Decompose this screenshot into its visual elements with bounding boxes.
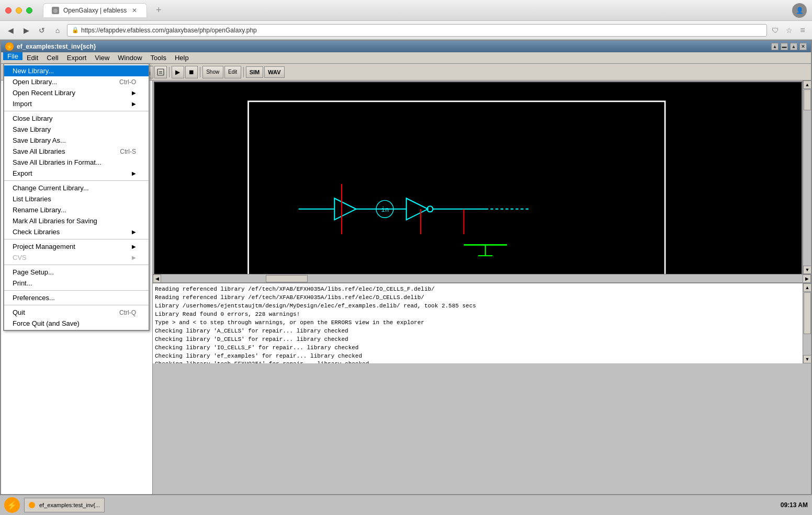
cvs-label: CVS [13,254,27,261]
export-label: Export [13,169,32,177]
menu-save-all-libraries[interactable]: Save All Libraries Ctrl-S [4,146,149,157]
menu-list-libraries[interactable]: List Libraries [4,193,149,204]
new-library-label: New Library... [13,67,54,75]
edit-mode-button[interactable]: Edit [224,66,241,78]
back-button[interactable]: ◀ [4,24,17,37]
scrollbar-thumb-v[interactable] [804,89,811,110]
log-scroll-down[interactable]: ▼ [803,355,811,363]
log-line-5: Type > and < to step through warnings, o… [155,319,800,327]
maximize-button[interactable] [26,7,32,14]
menu-icon[interactable]: ≡ [797,25,808,36]
menu-export-top[interactable]: Export [63,52,91,63]
menu-change-library[interactable]: Change Current Library... [4,182,149,193]
save-all-libraries-label: Save All Libraries [13,147,65,155]
separator-3 [4,239,149,239]
project-management-label: Project Management [13,243,75,250]
horizontal-scrollbar: ◀ ▶ [153,274,811,282]
taskbar-app-item[interactable]: ef_examples:test_inv{... [24,498,105,512]
menu-export[interactable]: Export [4,168,149,179]
menu-tools[interactable]: Tools [146,52,171,63]
print-label: Print... [13,279,32,287]
titlebar-maximize-btn[interactable]: ▲ [790,43,797,50]
log-line-8: Checking library 'IO_CELLS_F' for repair… [155,344,800,352]
save-library-label: Save Library [13,125,51,133]
url-text: https://efappdev.efabless.com/galaxybase… [81,27,762,34]
menu-file[interactable]: File [3,52,22,60]
canvas-section: in [153,81,811,274]
scrollbar-thumb-h[interactable] [266,275,308,282]
minimize-button[interactable] [16,7,22,14]
svg-text:in: in [381,206,389,213]
forward-button[interactable]: ▶ [20,24,32,37]
log-scroll-up[interactable]: ▲ [803,283,811,292]
refresh-button[interactable]: ↺ [36,24,48,37]
svg-rect-20 [157,69,164,75]
export-button[interactable] [154,66,167,78]
menu-preferences[interactable]: Preferences... [4,292,149,303]
browser-tab[interactable]: ◎ OpenGalaxy | efabless ✕ [43,3,147,17]
taskbar: ⚡ ef_examples:test_inv{... 09:13 AM [0,494,812,515]
open-library-label: Open Library... [13,78,57,86]
toolbar-separator-5 [169,67,170,77]
save-library-as-label: Save Library As... [13,136,66,144]
save-all-format-label: Save All Libraries in Format... [13,158,102,166]
scroll-right-button[interactable]: ▶ [803,274,811,283]
log-thumb[interactable] [804,292,811,334]
menu-edit[interactable]: Edit [22,52,42,63]
address-bar[interactable]: 🔒 https://efappdev.efabless.com/galaxyba… [67,24,767,37]
menu-new-library[interactable]: New Library... [4,65,149,76]
menu-page-setup[interactable]: Page Setup... [4,267,149,278]
titlebar-close-btn[interactable]: ✕ [799,43,807,50]
file-dropdown-menu: New Library... Open Library... Ctrl-O Op… [3,63,150,331]
browser-toolbar: ◀ ▶ ↺ ⌂ 🔒 https://efappdev.efabless.com/… [0,21,812,40]
separator-4 [4,265,149,265]
menu-cell[interactable]: Cell [42,52,62,63]
schematic-svg: in [155,83,802,274]
menu-open-library[interactable]: Open Library... Ctrl-O [4,76,149,87]
menu-check-libraries[interactable]: Check Libraries [4,226,149,237]
stop-button[interactable]: ⏹ [185,66,198,78]
new-tab-button[interactable]: + [151,3,166,18]
log-line-3: Library /userhomes/ejentstaujtm/design/M… [155,302,800,311]
taskbar-logo[interactable]: ⚡ [4,497,20,513]
menu-window[interactable]: Window [114,52,146,63]
menu-save-all-format[interactable]: Save All Libraries in Format... [4,157,149,168]
close-library-label: Close Library [13,115,53,122]
log-line-6: Checking library 'A_CELLS' for repair...… [155,327,800,336]
wav-button[interactable]: WAV [264,66,284,78]
sim-button[interactable]: SIM [246,66,264,78]
menu-open-recent-library[interactable]: Open Recent Library [4,87,149,98]
browser-chrome: ◎ OpenGalaxy | efabless ✕ + 👤 ◀ ▶ ↺ ⌂ 🔒 … [0,0,812,40]
menu-force-quit[interactable]: Force Quit (and Save) [4,318,149,329]
menu-help[interactable]: Help [171,52,193,63]
titlebar-restore-btn[interactable]: ▬ [781,43,788,50]
home-button[interactable]: ⌂ [51,24,64,37]
menu-save-library[interactable]: Save Library [4,124,149,135]
open-library-shortcut: Ctrl-O [119,78,136,86]
user-avatar[interactable]: 👤 [792,3,807,18]
scroll-up-button[interactable]: ▲ [803,81,811,89]
log-line-7: Checking library 'D_CELLS' for repair...… [155,336,800,344]
menubar: File New Library... Open Library... Ctrl… [1,52,811,64]
main-area: in [153,81,811,515]
schematic-canvas[interactable]: in [154,82,803,274]
menu-rename-library[interactable]: Rename Library... [4,204,149,215]
tab-close-button[interactable]: ✕ [131,7,138,14]
app-icon: ⚡ [5,42,14,51]
show-button[interactable]: Show [202,66,223,78]
menu-save-library-as[interactable]: Save Library As... [4,135,149,146]
menu-project-management[interactable]: Project Management [4,241,149,252]
menu-quit[interactable]: Quit Ctrl-Q [4,307,149,318]
menu-import[interactable]: Import [4,98,149,109]
menu-mark-all-libraries[interactable]: Mark All Libraries for Saving [4,215,149,226]
titlebar-minimize-btn[interactable]: ▲ [771,43,779,50]
scroll-left-button[interactable]: ◀ [153,274,161,283]
run-button[interactable]: ▶ [172,66,184,78]
menu-print[interactable]: Print... [4,278,149,289]
menu-close-library[interactable]: Close Library [4,113,149,124]
scroll-down-button[interactable]: ▼ [803,266,811,274]
menu-view[interactable]: View [91,52,114,63]
toolbar-separator-6 [200,67,200,77]
star-icon[interactable]: ☆ [784,25,794,36]
close-button[interactable] [5,7,12,14]
